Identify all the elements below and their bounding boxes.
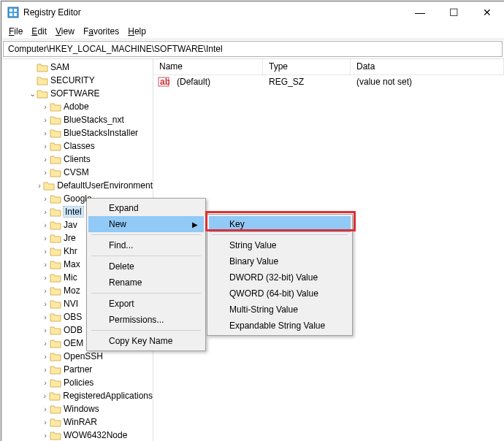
menu-help[interactable]: Help <box>123 25 150 38</box>
app-icon <box>7 7 19 18</box>
chevron-right-icon[interactable]: › <box>41 339 50 348</box>
chevron-right-icon[interactable]: › <box>41 260 50 269</box>
chevron-right-icon[interactable]: › <box>41 220 50 229</box>
column-type[interactable]: Type <box>263 59 351 74</box>
chevron-right-icon[interactable]: › <box>41 365 50 374</box>
chevron-right-icon[interactable]: › <box>41 247 50 256</box>
column-name[interactable]: Name <box>153 59 263 74</box>
tree-node-wow6432node[interactable]: ›WOW6432Node <box>1 429 153 441</box>
tree-node-security[interactable]: SECURITY <box>1 74 153 87</box>
tree-label: Windows <box>64 404 99 414</box>
ctx-permissions[interactable]: Permissions... <box>88 312 204 328</box>
chevron-right-icon[interactable]: › <box>41 115 50 124</box>
menu-edit[interactable]: Edit <box>27 25 51 38</box>
folder-icon <box>50 193 61 204</box>
menu-favorites[interactable]: Favorites <box>79 25 123 38</box>
tree-label: OEM <box>64 338 83 348</box>
tree-label: RegisteredApplications <box>63 391 153 401</box>
chevron-right-icon[interactable]: › <box>41 102 50 111</box>
ctx-delete[interactable]: Delete <box>88 258 204 275</box>
ctx-new-multistring[interactable]: Multi-String Value <box>209 302 351 318</box>
ctx-copy-key-name[interactable]: Copy Key Name <box>88 333 204 349</box>
tree-node-openssh[interactable]: ›OpenSSH <box>1 350 153 363</box>
tree-label: Mic <box>64 272 77 283</box>
chevron-right-icon[interactable]: › <box>41 129 50 137</box>
chevron-right-icon[interactable]: › <box>41 168 50 177</box>
tree-node-cvsm[interactable]: ›CVSM <box>1 166 153 179</box>
chevron-right-icon[interactable]: › <box>41 207 50 216</box>
chevron-right-icon[interactable]: › <box>41 326 50 334</box>
close-button[interactable]: ✕ <box>470 1 504 23</box>
value-name: (Default) <box>171 77 263 87</box>
minimize-button[interactable]: — <box>403 1 437 23</box>
window-controls: — ☐ ✕ <box>403 1 504 23</box>
folder-icon <box>50 167 61 177</box>
list-header: Name Type Data <box>153 59 504 75</box>
tree-node-policies[interactable]: ›Policies <box>1 376 153 389</box>
tree-node-software[interactable]: ⌄SOFTWARE <box>1 87 153 100</box>
ctx-new-string[interactable]: String Value <box>209 237 351 253</box>
tree-label: Khr <box>64 246 77 256</box>
ctx-find[interactable]: Find... <box>88 237 204 253</box>
tree-node-partner[interactable]: ›Partner <box>1 363 153 376</box>
chevron-right-icon[interactable]: › <box>41 286 50 295</box>
chevron-right-icon[interactable]: › <box>41 142 50 150</box>
ctx-new-qword[interactable]: QWORD (64-bit) Value <box>209 285 351 302</box>
chevron-right-icon[interactable]: › <box>41 312 50 321</box>
tree-label: WinRAR <box>64 417 97 427</box>
folder-icon <box>50 299 61 309</box>
tree-node-bluestacksinstaller[interactable]: ›BlueStacksInstaller <box>1 126 153 139</box>
ctx-new-key[interactable]: Key <box>209 216 351 232</box>
ctx-new-binary[interactable]: Binary Value <box>209 253 351 269</box>
chevron-right-icon[interactable]: › <box>41 431 50 440</box>
chevron-right-icon[interactable]: › <box>41 404 50 413</box>
tree-label: Classes <box>64 141 95 151</box>
chevron-right-icon[interactable]: › <box>41 234 50 242</box>
ctx-export[interactable]: Export <box>88 296 204 312</box>
value-type: REG_SZ <box>263 77 351 87</box>
tree-label: ODB <box>64 325 83 335</box>
tree-node-windows[interactable]: ›Windows <box>1 402 153 415</box>
tree-label: WOW6432Node <box>64 430 127 440</box>
tree-node-winrar[interactable]: ›WinRAR <box>1 415 153 429</box>
chevron-right-icon[interactable]: › <box>36 181 43 190</box>
chevron-down-icon[interactable]: ⌄ <box>28 89 37 99</box>
tree-node-registeredapplications[interactable]: ›RegisteredApplications <box>1 389 153 402</box>
chevron-right-icon[interactable]: › <box>41 155 50 164</box>
chevron-right-icon[interactable]: › <box>41 194 50 203</box>
chevron-right-icon[interactable]: › <box>41 273 50 282</box>
tree-node-bluestacks-nxt[interactable]: ›BlueStacks_nxt <box>1 113 153 126</box>
separator <box>91 234 201 235</box>
chevron-right-icon[interactable]: › <box>41 299 50 308</box>
menu-view[interactable]: View <box>51 25 79 38</box>
ctx-rename[interactable]: Rename <box>88 275 204 291</box>
ctx-expand[interactable]: Expand <box>88 200 204 216</box>
ctx-new-dword[interactable]: DWORD (32-bit) Value <box>209 269 351 285</box>
menubar: File Edit View Favorites Help <box>1 23 504 39</box>
ctx-new[interactable]: New▶ <box>88 216 204 232</box>
folder-icon <box>50 377 61 388</box>
separator <box>212 234 348 235</box>
tree-label: DefaultUserEnvironment <box>57 180 153 191</box>
tree-label: Policies <box>64 377 93 388</box>
tree-label: Max <box>64 259 80 269</box>
tree-node-clients[interactable]: ›Clients <box>1 153 153 166</box>
tree-label: SAM <box>50 62 69 72</box>
chevron-right-icon[interactable]: › <box>41 378 50 387</box>
svg-rect-2 <box>14 9 17 12</box>
tree-node-defaultuserenvironment[interactable]: ›DefaultUserEnvironment <box>1 179 153 192</box>
column-data[interactable]: Data <box>351 59 504 74</box>
folder-icon <box>50 233 61 243</box>
folder-icon <box>37 62 48 72</box>
tree-node-sam[interactable]: SAM <box>1 61 153 74</box>
ctx-new-expandstring[interactable]: Expandable String Value <box>209 318 351 334</box>
chevron-right-icon[interactable]: › <box>41 418 50 426</box>
chevron-right-icon[interactable]: › <box>40 391 49 400</box>
chevron-right-icon[interactable]: › <box>41 352 50 361</box>
address-bar[interactable]: Computer\HKEY_LOCAL_MACHINE\SOFTWARE\Int… <box>3 41 503 57</box>
tree-node-adobe[interactable]: ›Adobe <box>1 100 153 113</box>
menu-file[interactable]: File <box>4 25 27 38</box>
tree-node-classes[interactable]: ›Classes <box>1 139 153 153</box>
list-row[interactable]: ab (Default) REG_SZ (value not set) <box>153 75 504 88</box>
maximize-button[interactable]: ☐ <box>437 1 470 23</box>
